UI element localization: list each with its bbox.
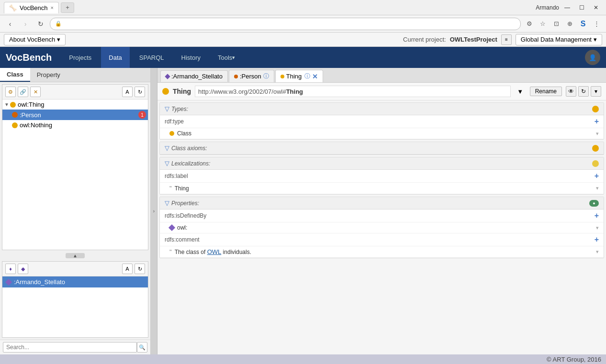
tree-item-owl-nothing[interactable]: owl:Nothing — [2, 120, 148, 130]
types-badge — [592, 106, 599, 112]
rdfs-isDefinedBy-add-btn[interactable]: + — [595, 211, 599, 220]
history-ext-btn[interactable]: ⊕ — [564, 18, 575, 30]
instance-diamond-icon — [5, 278, 12, 285]
props-toggle-badge: ● — [589, 200, 599, 207]
new-tab-btn[interactable]: + — [61, 2, 74, 13]
thing-lex-arrow-icon: ▾ — [596, 185, 599, 191]
tree-panel: ⚙ 🔗 ✕ A ↻ ▼ owl:Thing :Person 1 — [2, 84, 148, 250]
section-class-axioms-title: Class axioms: — [171, 145, 592, 152]
prop-rdfs-isDefinedBy-label: rdfs:isDefinedBy — [165, 212, 595, 219]
axioms-collapse-icon: ▽ — [165, 144, 169, 152]
section-lex-header[interactable]: ▽ Lexicalizations: — [160, 157, 604, 170]
instance-font-btn[interactable]: A — [122, 264, 133, 274]
instance-delete-btn[interactable]: ◆ — [18, 264, 28, 274]
lex-collapse-icon: ▽ — [165, 160, 169, 167]
person-label: :Person — [20, 111, 41, 119]
menu-btn[interactable]: ⋮ — [591, 18, 602, 30]
refresh-content-btn[interactable]: ↻ — [578, 86, 589, 97]
instance-add-btn[interactable]: ♦ — [5, 264, 16, 274]
address-icons: ⚙ ☆ ⊡ ⊕ S ⋮ — [524, 18, 602, 30]
url-bar[interactable]: 🔒 localhost:8080/vb3/#/Data — [50, 18, 521, 30]
about-label: About VocBench — [9, 36, 55, 43]
thing-tab-close-btn[interactable]: ✕ — [312, 73, 318, 80]
nav-sparql[interactable]: SPARQL — [132, 47, 172, 68]
rdfs-comment-add-btn[interactable]: + — [595, 235, 599, 244]
expand-icon: ▼ — [4, 102, 9, 107]
tree-toolbar: ⚙ 🔗 ✕ A ↻ — [2, 85, 148, 99]
panel-collapse-arrow[interactable]: › — [151, 68, 157, 354]
content-tab-armando[interactable]: :Armando_Stellato — [160, 70, 228, 82]
person-tab-bullet-icon — [234, 75, 238, 78]
thing-header-title: Thing — [173, 88, 191, 95]
url-input[interactable]: localhost:8080/vb3/#/Data — [64, 21, 516, 27]
url-dropdown-btn[interactable]: ▼ — [515, 86, 526, 97]
global-data-btn[interactable]: Global Data Management ▾ — [516, 34, 602, 45]
minimize-btn[interactable]: — — [561, 2, 573, 13]
tree-add-btn[interactable]: ⚙ — [5, 87, 16, 97]
tab-class[interactable]: Class — [0, 68, 30, 82]
footer: © ART Group, 2016 — [0, 354, 606, 364]
instance-item-armando[interactable]: :Armando_Stellato — [2, 276, 148, 287]
collapse-handle-area: ▲ — [0, 252, 150, 259]
search-btn[interactable]: 🔍 — [137, 342, 147, 353]
collapse-handle[interactable]: ▲ — [66, 253, 85, 258]
section-props-header[interactable]: ▽ Properties: ● — [160, 197, 604, 210]
val-owl-uri: owl: ▾ — [160, 222, 604, 233]
restore-btn[interactable]: ☐ — [575, 2, 588, 13]
instance-refresh-btn[interactable]: ↻ — [135, 264, 145, 274]
section-properties: ▽ Properties: ● rdfs:isDefinedBy + owl: … — [159, 197, 604, 258]
cast-btn[interactable]: ⊡ — [550, 18, 562, 30]
section-props-title: Properties: — [171, 200, 589, 207]
rdfs-label-add-btn[interactable]: + — [595, 172, 599, 180]
search-input[interactable] — [3, 342, 137, 353]
nav-history[interactable]: History — [174, 47, 208, 68]
owl-nothing-label: owl:Nothing — [20, 121, 52, 129]
val-comment: " The class of OWL individuals. ▾ — [160, 246, 604, 258]
lex-badge — [592, 160, 599, 167]
refresh-btn[interactable]: ↻ — [34, 18, 47, 30]
bookmark-btn[interactable]: ☆ — [537, 18, 549, 30]
thing-url-bar: http://www.w3.org/2002/07/owl# Thing — [195, 86, 511, 97]
class-val-arrow-icon: ▾ — [596, 131, 599, 137]
bookmark-tools-btn[interactable]: ⚙ — [524, 18, 535, 30]
view-btn[interactable]: 👁 — [566, 86, 576, 97]
thing-lex-val: Thing — [175, 185, 596, 192]
nav-tools[interactable]: Tools — [210, 47, 243, 68]
nav-data[interactable]: Data — [101, 47, 129, 68]
tab-favicon: 🦴 — [9, 4, 17, 11]
prop-rdfs-label: rdfs:label + — [160, 170, 604, 183]
content-tab-thing[interactable]: Thing ⓘ ✕ — [275, 70, 324, 82]
tree-link-btn[interactable]: 🔗 — [18, 87, 28, 97]
tree-delete-btn[interactable]: ✕ — [30, 87, 41, 97]
tab-close-btn[interactable]: × — [51, 5, 54, 11]
instance-toolbar: ♦ ◆ A ↻ — [2, 262, 148, 276]
nav-projects[interactable]: Projects — [61, 47, 99, 68]
prop-rdf-type-add-btn[interactable]: + — [595, 117, 599, 126]
section-types-title: Types: — [171, 106, 592, 112]
tree-item-owl-thing[interactable]: ▼ owl:Thing — [2, 99, 148, 110]
section-class-axioms-header[interactable]: ▽ Class axioms: — [160, 142, 604, 154]
tab-property[interactable]: Property — [30, 68, 67, 82]
rename-btn[interactable]: Rename — [530, 87, 562, 96]
owl-thing-bullet — [10, 102, 16, 108]
class-bullet-icon — [169, 131, 174, 136]
tree-item-person[interactable]: :Person 1 — [2, 110, 148, 120]
comment-val-text: The class of OWL individuals. — [175, 248, 596, 255]
header-icons: 👁 ↻ ▾ — [566, 86, 601, 97]
back-btn[interactable]: ‹ — [4, 18, 16, 30]
forward-btn[interactable]: › — [19, 18, 32, 30]
props-collapse-icon: ▽ — [165, 199, 169, 207]
about-vocbench-btn[interactable]: About VocBench ▾ — [4, 34, 66, 45]
address-bar: ‹ › ↻ 🔒 localhost:8080/vb3/#/Data ⚙ ☆ ⊡ … — [0, 15, 606, 33]
more-btn[interactable]: ▾ — [591, 86, 601, 97]
project-settings-btn[interactable]: ≡ — [501, 34, 512, 45]
browser-tab[interactable]: 🦴 VocBench × — [4, 2, 59, 13]
section-types-header[interactable]: ▽ Types: — [160, 103, 604, 115]
account-btn[interactable]: S — [577, 18, 589, 30]
instance-empty — [2, 287, 148, 337]
close-btn[interactable]: ✕ — [590, 2, 602, 13]
thing-tab-info-icon: ⓘ — [304, 72, 310, 80]
tree-font-btn[interactable]: A — [122, 87, 133, 97]
content-tab-person[interactable]: :Person ⓘ — [229, 70, 274, 82]
tree-refresh-btn[interactable]: ↻ — [135, 87, 145, 97]
